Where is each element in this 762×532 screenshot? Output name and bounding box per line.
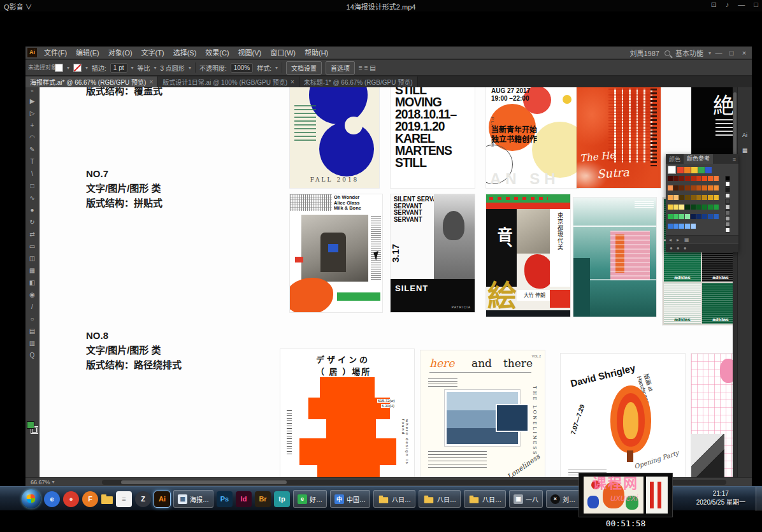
typora-icon[interactable]: tp: [274, 491, 290, 507]
color-swatch[interactable]: [714, 176, 719, 181]
zoom-level[interactable]: 66.67%: [31, 479, 50, 485]
color-swatch[interactable]: [673, 176, 679, 181]
color-swatch[interactable]: [679, 176, 684, 181]
color-swatch[interactable]: [714, 214, 719, 219]
selection-tool[interactable]: ▶: [25, 95, 39, 107]
color-swatch[interactable]: [725, 216, 730, 221]
color-swatch[interactable]: [702, 176, 707, 181]
window-thunder[interactable]: ×刘…: [546, 490, 580, 508]
search-icon[interactable]: [665, 50, 670, 56]
notepad-icon[interactable]: ≡: [116, 491, 132, 507]
color-swatch[interactable]: [725, 227, 730, 233]
perspective-grid-tool[interactable]: ◧: [25, 277, 39, 289]
toolbar-icon[interactable]: ≡: [364, 64, 370, 71]
window-folder-3[interactable]: 八日…: [464, 490, 506, 508]
color-swatch[interactable]: [691, 224, 696, 229]
brush-select[interactable]: 3 点圆形: [161, 63, 185, 73]
menu-文字(T)[interactable]: 文字(T): [137, 47, 169, 59]
color-swatch[interactable]: [702, 195, 707, 200]
color-swatch[interactable]: [685, 185, 690, 191]
explorer-folder-icon[interactable]: [101, 496, 113, 504]
color-swatch[interactable]: [668, 195, 673, 200]
color-swatch[interactable]: [691, 167, 698, 173]
color-swatch[interactable]: [673, 224, 679, 229]
magic-wand-tool[interactable]: +: [25, 119, 39, 131]
color-swatch[interactable]: [708, 176, 713, 181]
vertical-scrollbar[interactable]: [733, 87, 737, 477]
color-swatch[interactable]: [673, 185, 679, 191]
tab-color[interactable]: 颜色: [666, 155, 684, 163]
menu-文件(F)[interactable]: 文件(F): [40, 47, 71, 59]
archiver-icon[interactable]: Z: [135, 491, 151, 507]
color-swatch[interactable]: [668, 185, 673, 191]
color-swatch[interactable]: [725, 176, 730, 181]
color-swatch[interactable]: [708, 185, 713, 191]
color-swatch[interactable]: [708, 195, 713, 200]
indesign-icon[interactable]: Id: [236, 491, 252, 507]
color-swatch[interactable]: [696, 185, 701, 191]
maximize-button[interactable]: □: [725, 47, 738, 59]
color-swatch[interactable]: [714, 205, 719, 210]
menu-编辑(E)[interactable]: 编辑(E): [71, 47, 104, 59]
tab-color-guide[interactable]: 颜色参考: [684, 154, 713, 164]
color-swatch[interactable]: [725, 222, 730, 227]
scale-tool[interactable]: ⇄: [25, 228, 39, 240]
color-swatch[interactable]: [691, 205, 696, 210]
minimize-icon[interactable]: —: [738, 1, 745, 9]
color-swatch[interactable]: [725, 193, 730, 198]
firefox-icon[interactable]: F: [82, 491, 98, 507]
type-tool[interactable]: T: [25, 155, 39, 168]
panel-menu-icon[interactable]: ≡: [733, 156, 736, 162]
menu-窗口(W)[interactable]: 窗口(W): [266, 47, 300, 59]
color-swatch[interactable]: [708, 205, 713, 210]
gradient-tool[interactable]: ◉: [25, 289, 39, 301]
color-swatch[interactable]: [668, 224, 673, 229]
next-icon[interactable]: ▸: [677, 237, 679, 243]
poster-heart-sutra[interactable]: The He Sutra: [577, 87, 661, 188]
blend-tool[interactable]: ○: [25, 313, 39, 325]
minimize-button[interactable]: —: [712, 47, 725, 59]
canvas[interactable]: 版式结构：覆盖式 NO.7 文字/图片/图形 类 版式结构：拼贴式 NO.8 文…: [40, 87, 737, 477]
color-swatch[interactable]: [691, 214, 696, 219]
maximize-icon[interactable]: □: [754, 1, 758, 9]
poster-still-moving[interactable]: STILL MOVING 2018.10.11– 2019.1.20 KAREL…: [391, 87, 475, 188]
menu-选择(S)[interactable]: 选择(S): [169, 47, 201, 59]
poster-david-shrigley[interactable]: David Shrigley 版画 at Handscape 7.07—7.29…: [561, 354, 685, 477]
variable-width-select[interactable]: 等比: [138, 63, 150, 73]
window-green-browser[interactable]: e好…: [293, 490, 327, 508]
color-swatch[interactable]: [679, 205, 684, 210]
color-swatch[interactable]: [684, 167, 691, 173]
poster-glitch-art[interactable]: [573, 198, 656, 317]
close-button[interactable]: ×: [738, 47, 751, 59]
toolbar-icon[interactable]: ▤: [370, 64, 375, 71]
direct-selection-tool[interactable]: ▷: [25, 107, 39, 119]
color-swatch[interactable]: [668, 176, 673, 181]
color-swatch[interactable]: [679, 224, 684, 229]
color-swatch[interactable]: [668, 214, 673, 219]
ai-panel-icon[interactable]: Ai: [738, 132, 752, 138]
color-swatch[interactable]: [702, 185, 707, 191]
color-swatch[interactable]: [714, 195, 719, 200]
limit-icon[interactable]: ▦: [684, 237, 689, 243]
document-tab[interactable]: 未标题-1* @ 66.67% (RGB/GPU 预览): [299, 76, 418, 87]
color-swatch[interactable]: [673, 195, 679, 200]
color-swatch[interactable]: [725, 205, 730, 210]
free-transform-tool[interactable]: ◫: [25, 252, 39, 264]
color-swatch[interactable]: [668, 205, 673, 210]
rectangle-tool[interactable]: □: [25, 180, 39, 192]
scrollbar-thumb[interactable]: [121, 480, 287, 484]
opacity-field[interactable]: 100%: [231, 63, 254, 73]
show-desktop-button[interactable]: [756, 487, 762, 511]
column-graph-tool[interactable]: ▥: [25, 337, 39, 349]
document-tab[interactable]: 海报样式.ai* @ 66.67% (RGB/GPU 预览)×: [25, 76, 158, 87]
video-preview-overlay[interactable]: [579, 473, 673, 517]
menu-对象(O)[interactable]: 对象(O): [104, 47, 137, 59]
poster-silent-servant[interactable]: SILENT SERVANT SERVANT SERVANT SERVANT 3…: [391, 194, 475, 312]
preferences-button[interactable]: 首选项: [326, 61, 355, 75]
lasso-tool[interactable]: ◠: [25, 131, 39, 143]
menu-视图(V)[interactable]: 视图(V): [234, 47, 266, 59]
illustrator-icon[interactable]: Ai: [154, 491, 170, 507]
photoshop-icon[interactable]: Ps: [217, 491, 233, 507]
color-swatch[interactable]: [696, 214, 701, 219]
color-swatch[interactable]: [708, 214, 713, 219]
